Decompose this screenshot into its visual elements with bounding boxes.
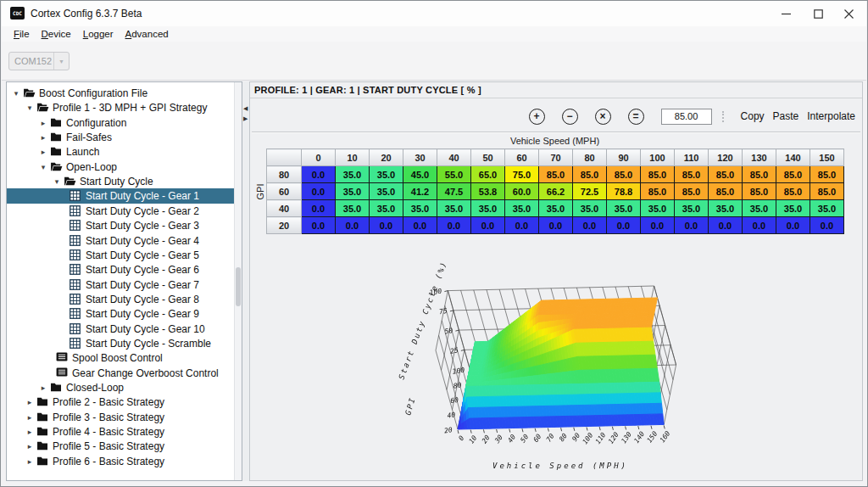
- tree-item[interactable]: ▾Open-Loop: [7, 160, 235, 175]
- tree-item[interactable]: ▾Profile 1 - 3D MPH + GPI Strategy: [7, 100, 235, 115]
- duty-cell[interactable]: 35.0: [336, 166, 370, 183]
- duty-cell[interactable]: 85.0: [641, 183, 675, 200]
- duty-cell[interactable]: 0.0: [302, 217, 336, 234]
- add-value-button[interactable]: +: [529, 109, 545, 125]
- duty-cell[interactable]: 35.0: [573, 200, 607, 217]
- tree-item[interactable]: Start Duty Cycle - Gear 2: [7, 204, 235, 219]
- paste-button[interactable]: Paste: [773, 110, 799, 122]
- duty-cell[interactable]: 35.0: [370, 200, 403, 217]
- minimize-button[interactable]: [771, 3, 800, 25]
- duty-cell[interactable]: 41.2: [403, 183, 437, 200]
- duty-cell[interactable]: 85.0: [641, 166, 675, 183]
- duty-cell[interactable]: 66.2: [539, 183, 573, 200]
- duty-cell[interactable]: 65.0: [471, 166, 505, 183]
- tree-item[interactable]: ▾Boost Configuration File: [7, 86, 235, 101]
- collapse-left-icon[interactable]: ◀: [243, 105, 248, 112]
- duty-cell[interactable]: 85.0: [709, 183, 743, 200]
- tree-scrollbar-thumb[interactable]: [236, 267, 241, 306]
- value-input[interactable]: [661, 109, 712, 125]
- menu-item-advanced[interactable]: Advanced: [120, 28, 174, 40]
- duty-cell[interactable]: 85.0: [776, 183, 810, 200]
- tree-item[interactable]: Start Duty Cycle - Gear 5: [7, 248, 235, 263]
- duty-cell[interactable]: 0.0: [505, 217, 539, 234]
- tree-item[interactable]: Start Duty Cycle - Gear 10: [7, 322, 235, 337]
- tree-item[interactable]: ▸Profile 2 - Basic Strategy: [7, 395, 235, 410]
- duty-cell[interactable]: 85.0: [743, 166, 776, 183]
- tree-item[interactable]: ▸Launch: [7, 144, 235, 160]
- menu-item-file[interactable]: File: [8, 28, 35, 40]
- tree-item[interactable]: Start Duty Cycle - Gear 3: [7, 218, 235, 233]
- duty-cell[interactable]: 85.0: [675, 183, 709, 200]
- tree-item[interactable]: ▾Start Duty Cycle: [7, 174, 235, 189]
- copy-button[interactable]: Copy: [741, 110, 765, 122]
- set-value-button[interactable]: =: [628, 109, 644, 125]
- duty-cell[interactable]: 72.5: [573, 183, 607, 200]
- duty-cell[interactable]: 35.0: [709, 200, 743, 217]
- tree-item[interactable]: ▸Profile 3 - Basic Strategy: [7, 410, 235, 425]
- subtract-value-button[interactable]: −: [562, 109, 578, 125]
- duty-cell[interactable]: 0.0: [709, 217, 743, 234]
- tree-item[interactable]: Start Duty Cycle - Gear 4: [7, 233, 235, 249]
- maximize-button[interactable]: [804, 3, 832, 25]
- multiply-value-button[interactable]: ×: [595, 109, 611, 125]
- duty-cell[interactable]: 35.0: [437, 200, 471, 217]
- duty-cell[interactable]: 0.0: [302, 200, 336, 217]
- duty-cell[interactable]: 85.0: [776, 166, 810, 183]
- duty-cell[interactable]: 0.0: [743, 217, 776, 234]
- duty-cell[interactable]: 0.0: [607, 217, 641, 234]
- duty-cell[interactable]: 35.0: [403, 200, 437, 217]
- com-port-select[interactable]: COM152 ▼: [8, 52, 70, 70]
- duty-cell[interactable]: 35.0: [471, 200, 505, 217]
- duty-cell[interactable]: 35.0: [607, 200, 641, 217]
- duty-cell[interactable]: 35.0: [539, 200, 573, 217]
- duty-cell[interactable]: 35.0: [370, 166, 403, 183]
- tree-item[interactable]: ▸Configuration: [7, 115, 235, 131]
- duty-cell[interactable]: 35.0: [675, 200, 709, 217]
- menu-item-device[interactable]: Device: [36, 28, 76, 40]
- tree-item[interactable]: ▸Fail-Safes: [7, 130, 235, 145]
- tree-item[interactable]: Start Duty Cycle - Gear 8: [7, 292, 235, 307]
- duty-cell[interactable]: 85.0: [709, 166, 743, 183]
- duty-cell[interactable]: 0.0: [573, 217, 607, 234]
- tree-scrollbar[interactable]: [234, 82, 242, 480]
- duty-cell[interactable]: 0.0: [776, 217, 810, 234]
- duty-cell[interactable]: 0.0: [641, 217, 675, 234]
- duty-cell[interactable]: 0.0: [437, 217, 471, 234]
- tree-item[interactable]: Gear Change Overboost Control: [7, 366, 235, 381]
- duty-cell[interactable]: 85.0: [539, 166, 573, 183]
- tree-item[interactable]: ▸Profile 6 - Basic Strategy: [7, 454, 235, 469]
- duty-cell[interactable]: 35.0: [776, 200, 810, 217]
- duty-cell[interactable]: 0.0: [810, 217, 844, 234]
- tree-item[interactable]: Start Duty Cycle - Gear 9: [7, 306, 235, 322]
- duty-cell[interactable]: 0.0: [302, 183, 336, 200]
- collapse-right-icon[interactable]: ▶: [243, 115, 248, 122]
- duty-cell[interactable]: 0.0: [539, 217, 573, 234]
- duty-cell[interactable]: 47.5: [437, 183, 471, 200]
- duty-cell[interactable]: 35.0: [505, 200, 539, 217]
- tree-item-selected[interactable]: Start Duty Cycle - Gear 1: [7, 188, 235, 204]
- duty-cell[interactable]: 53.8: [471, 183, 505, 200]
- tree-item[interactable]: ▸Profile 4 - Basic Strategy: [7, 424, 235, 439]
- tree-item[interactable]: Start Duty Cycle - Gear 7: [7, 277, 235, 293]
- duty-cell[interactable]: 35.0: [810, 200, 844, 217]
- duty-cell[interactable]: 85.0: [607, 166, 641, 183]
- duty-cell[interactable]: 35.0: [336, 183, 370, 200]
- panel-splitter[interactable]: ◀ ▶: [242, 81, 249, 481]
- duty-cell[interactable]: 85.0: [810, 183, 844, 200]
- duty-cell[interactable]: 35.0: [641, 200, 675, 217]
- duty-cell[interactable]: 35.0: [336, 200, 370, 217]
- duty-cell[interactable]: 0.0: [471, 217, 505, 234]
- duty-cell[interactable]: 0.0: [675, 217, 709, 234]
- duty-cell[interactable]: 0.0: [403, 217, 437, 234]
- tree-item[interactable]: Spool Boost Control: [7, 350, 235, 366]
- interpolate-button[interactable]: Interpolate: [807, 110, 855, 122]
- tree-item[interactable]: Start Duty Cycle - Gear 6: [7, 262, 235, 277]
- duty-cell[interactable]: 55.0: [437, 166, 471, 183]
- duty-cell[interactable]: 35.0: [743, 200, 776, 217]
- duty-cell[interactable]: 0.0: [370, 217, 403, 234]
- menu-item-logger[interactable]: Logger: [78, 28, 119, 40]
- duty-cell[interactable]: 85.0: [810, 166, 844, 183]
- duty-cell[interactable]: 85.0: [573, 166, 607, 183]
- close-button[interactable]: [834, 3, 863, 25]
- duty-cell[interactable]: 35.0: [370, 183, 403, 200]
